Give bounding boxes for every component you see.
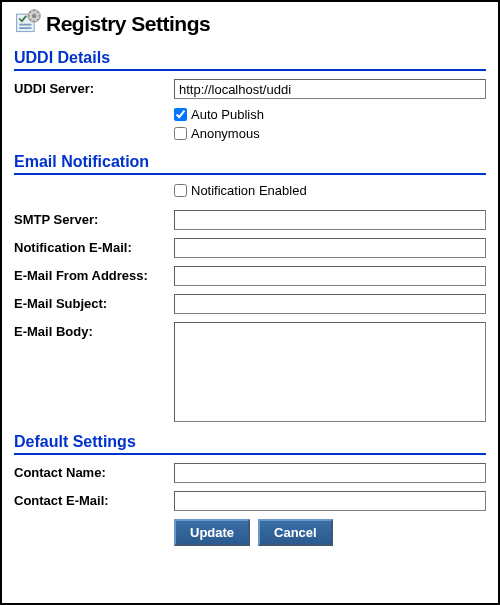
smtp-server-input[interactable] — [174, 210, 486, 230]
update-button[interactable]: Update — [174, 519, 250, 546]
svg-rect-2 — [19, 27, 31, 29]
section-defaults-title: Default Settings — [14, 433, 486, 451]
svg-line-9 — [30, 12, 31, 13]
contact-name-label: Contact Name: — [14, 463, 174, 480]
button-bar: Update Cancel — [174, 519, 486, 546]
svg-line-11 — [37, 12, 38, 13]
email-from-input[interactable] — [174, 266, 486, 286]
auto-publish-checkbox[interactable] — [174, 108, 187, 121]
uddi-server-input[interactable] — [174, 79, 486, 99]
contact-email-label: Contact E-Mail: — [14, 491, 174, 508]
auto-publish-label: Auto Publish — [191, 107, 264, 122]
section-uddi-title: UDDI Details — [14, 49, 486, 67]
notification-enabled-row[interactable]: Notification Enabled — [174, 183, 486, 198]
notification-email-input[interactable] — [174, 238, 486, 258]
svg-line-10 — [37, 19, 38, 20]
uddi-server-label: UDDI Server: — [14, 79, 174, 96]
email-subject-input[interactable] — [174, 294, 486, 314]
svg-point-4 — [32, 14, 36, 18]
settings-icon — [14, 8, 42, 39]
email-from-label: E-Mail From Address: — [14, 266, 174, 283]
cancel-button[interactable]: Cancel — [258, 519, 333, 546]
svg-line-12 — [30, 19, 31, 20]
notification-enabled-checkbox[interactable] — [174, 184, 187, 197]
anonymous-label: Anonymous — [191, 126, 260, 141]
notification-enabled-label: Notification Enabled — [191, 183, 307, 198]
page-header: Registry Settings — [14, 8, 486, 39]
section-email-title: Email Notification — [14, 153, 486, 171]
email-body-textarea[interactable] — [174, 322, 486, 422]
section-uddi-rule — [14, 69, 486, 71]
auto-publish-row[interactable]: Auto Publish — [174, 107, 486, 122]
email-body-label: E-Mail Body: — [14, 322, 174, 339]
section-email-rule — [14, 173, 486, 175]
email-subject-label: E-Mail Subject: — [14, 294, 174, 311]
anonymous-checkbox[interactable] — [174, 127, 187, 140]
anonymous-row[interactable]: Anonymous — [174, 126, 486, 141]
section-defaults-rule — [14, 453, 486, 455]
page-title: Registry Settings — [46, 12, 210, 36]
settings-panel: Registry Settings UDDI Details UDDI Serv… — [0, 0, 500, 605]
smtp-server-label: SMTP Server: — [14, 210, 174, 227]
svg-rect-1 — [19, 24, 31, 26]
contact-name-input[interactable] — [174, 463, 486, 483]
notification-email-label: Notification E-Mail: — [14, 238, 174, 255]
contact-email-input[interactable] — [174, 491, 486, 511]
